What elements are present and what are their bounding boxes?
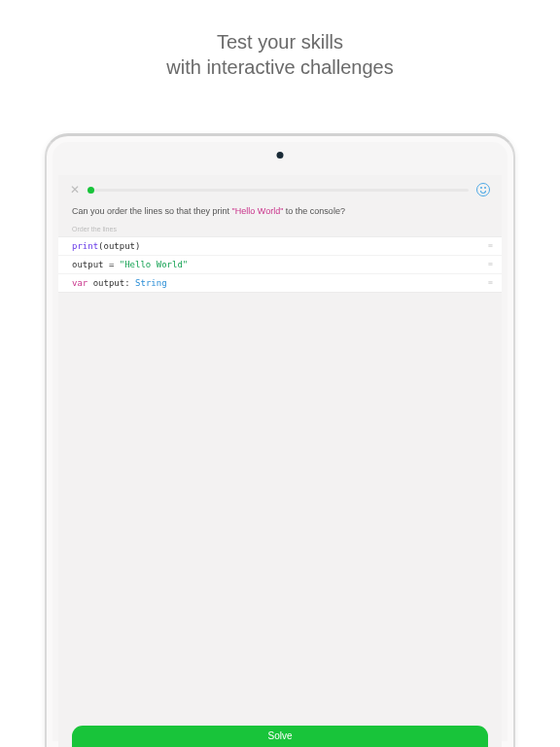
camera-icon: [277, 152, 284, 159]
code-content: print(output): [72, 241, 140, 251]
streak-face-icon[interactable]: [476, 183, 490, 196]
code-line[interactable]: var output: String ≡: [58, 274, 502, 292]
code-content: var output: String: [72, 278, 167, 288]
drag-handle-icon[interactable]: ≡: [488, 241, 492, 250]
close-icon[interactable]: ✕: [70, 184, 80, 196]
device-frame: ✕ Can you order the lines so that they p…: [45, 133, 515, 747]
question-suffix: to the console?: [283, 206, 345, 216]
code-content: output = "Hello World": [72, 260, 188, 269]
question-highlight: "Hello World": [232, 206, 284, 216]
app-screen: ✕ Can you order the lines so that they p…: [58, 175, 502, 747]
topbar: ✕: [58, 175, 502, 200]
code-line[interactable]: print(output) ≡: [58, 237, 502, 256]
solve-button[interactable]: Solve: [72, 726, 488, 747]
drag-handle-icon[interactable]: ≡: [488, 260, 492, 268]
code-list: print(output) ≡ output = "Hello World" ≡…: [58, 236, 502, 293]
question-prefix: Can you order the lines so that they pri…: [72, 206, 232, 216]
progress-indicator: [88, 187, 94, 194]
promo-heading: Test your skills with interactive challe…: [0, 0, 560, 80]
challenge-question: Can you order the lines so that they pri…: [58, 200, 502, 226]
challenge-hint: Order the lines: [58, 226, 502, 236]
promo-line2: with interactive challenges: [0, 54, 560, 80]
promo-line1: Test your skills: [0, 29, 560, 54]
progress-bar: [88, 189, 469, 192]
drag-handle-icon[interactable]: ≡: [488, 278, 492, 287]
code-line[interactable]: output = "Hello World" ≡: [58, 256, 502, 274]
